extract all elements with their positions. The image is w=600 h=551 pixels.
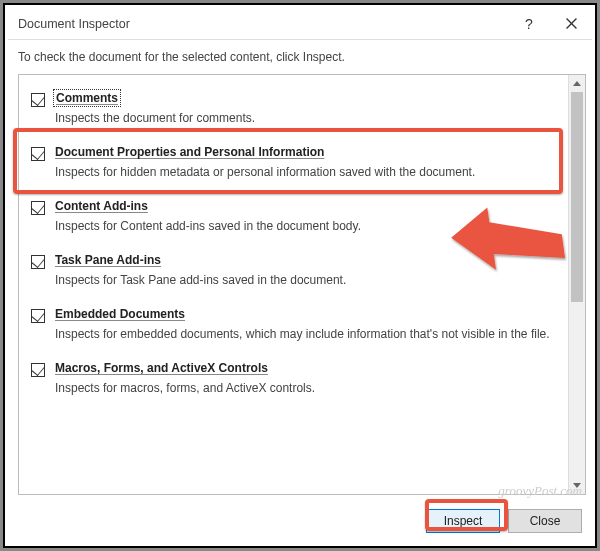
chevron-down-icon xyxy=(573,483,581,488)
content-panel: Comments Inspects the document for comme… xyxy=(18,74,586,495)
close-button[interactable] xyxy=(550,8,592,40)
item-text: Document Properties and Personal Informa… xyxy=(55,145,556,179)
svg-marker-3 xyxy=(573,483,581,488)
item-desc: Inspects for hidden metadata or personal… xyxy=(55,165,556,179)
scroll-up-button[interactable] xyxy=(569,75,585,92)
instruction-text: To check the document for the selected c… xyxy=(8,40,592,74)
checkbox-macros[interactable] xyxy=(31,363,45,377)
item-desc: Inspects for embedded documents, which m… xyxy=(55,327,556,341)
item-title: Task Pane Add-ins xyxy=(55,253,161,267)
item-desc: Inspects for Task Pane add-ins saved in … xyxy=(55,273,556,287)
document-inspector-dialog: Document Inspector ? To check the docume… xyxy=(8,8,592,543)
item-text: Embedded Documents Inspects for embedded… xyxy=(55,307,556,341)
item-desc: Inspects the document for comments. xyxy=(55,111,556,125)
checkbox-embedded-docs[interactable] xyxy=(31,309,45,323)
item-text: Macros, Forms, and ActiveX Controls Insp… xyxy=(55,361,556,395)
close-icon xyxy=(566,18,577,29)
item-embedded-docs: Embedded Documents Inspects for embedded… xyxy=(27,301,560,355)
item-doc-properties: Document Properties and Personal Informa… xyxy=(27,139,560,193)
checkbox-doc-properties[interactable] xyxy=(31,147,45,161)
item-title: Content Add-ins xyxy=(55,199,148,213)
scroll-track[interactable] xyxy=(569,92,585,477)
svg-marker-2 xyxy=(573,81,581,86)
item-macros: Macros, Forms, and ActiveX Controls Insp… xyxy=(27,355,560,409)
item-comments: Comments Inspects the document for comme… xyxy=(27,85,560,139)
checkbox-content-addins[interactable] xyxy=(31,201,45,215)
dialog-footer: Inspect Close xyxy=(8,501,592,543)
item-title: Macros, Forms, and ActiveX Controls xyxy=(55,361,268,375)
scrollbar[interactable] xyxy=(568,75,585,494)
item-title: Comments xyxy=(55,91,119,105)
dialog-title: Document Inspector xyxy=(18,17,508,31)
inspect-button[interactable]: Inspect xyxy=(426,509,500,533)
help-button[interactable]: ? xyxy=(508,8,550,40)
chevron-up-icon xyxy=(573,81,581,86)
item-text: Comments Inspects the document for comme… xyxy=(55,91,556,125)
item-task-pane-addins: Task Pane Add-ins Inspects for Task Pane… xyxy=(27,247,560,301)
screenshot-frame: Document Inspector ? To check the docume… xyxy=(3,3,597,548)
checkbox-task-pane-addins[interactable] xyxy=(31,255,45,269)
item-title: Embedded Documents xyxy=(55,307,185,321)
items-list: Comments Inspects the document for comme… xyxy=(19,75,568,494)
item-text: Task Pane Add-ins Inspects for Task Pane… xyxy=(55,253,556,287)
scroll-down-button[interactable] xyxy=(569,477,585,494)
item-desc: Inspects for macros, forms, and ActiveX … xyxy=(55,381,556,395)
checkbox-comments[interactable] xyxy=(31,93,45,107)
titlebar: Document Inspector ? xyxy=(8,8,592,40)
item-text: Content Add-ins Inspects for Content add… xyxy=(55,199,556,233)
item-title: Document Properties and Personal Informa… xyxy=(55,145,324,159)
item-desc: Inspects for Content add-ins saved in th… xyxy=(55,219,556,233)
item-content-addins: Content Add-ins Inspects for Content add… xyxy=(27,193,560,247)
scroll-thumb[interactable] xyxy=(571,92,583,302)
close-dialog-button[interactable]: Close xyxy=(508,509,582,533)
